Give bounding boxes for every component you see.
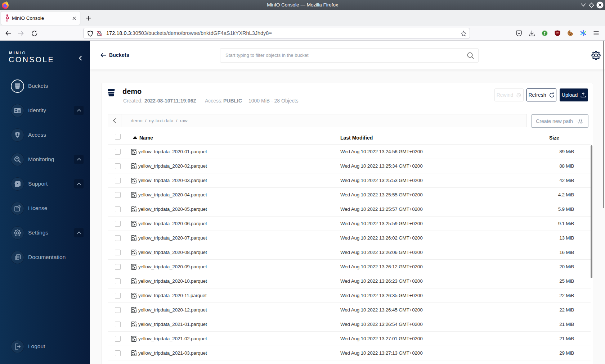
- svg-text:UO: UO: [556, 32, 559, 34]
